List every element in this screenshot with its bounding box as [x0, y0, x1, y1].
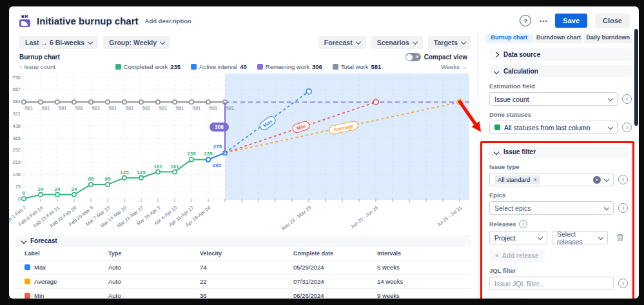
sidebar-scrollbar[interactable] [634, 29, 638, 126]
chevron-down-icon [494, 149, 499, 154]
table-row[interactable]: Average Auto 22 07/31/2024 14 weeks [15, 275, 471, 289]
svg-text:0: 0 [18, 196, 21, 202]
remove-tag-icon[interactable]: ✕ [533, 177, 537, 182]
svg-text:657: 657 [12, 86, 21, 92]
chevron-down-icon [413, 39, 418, 44]
svg-text:581: 581 [59, 105, 67, 111]
info-icon[interactable]: i [519, 220, 527, 228]
svg-text:581: 581 [142, 105, 151, 111]
svg-text:235: 235 [204, 151, 213, 157]
epics-label: Epics [489, 192, 628, 199]
svg-text:581: 581 [25, 105, 34, 111]
tab-daily-burndown[interactable]: Daily burndown [584, 34, 632, 43]
forecast-dropdown[interactable]: Forecast [318, 36, 366, 49]
page-title: Initiative burnup chart [37, 15, 139, 26]
estimation-field-label: Estimation field [489, 83, 632, 90]
svg-text:146: 146 [12, 172, 21, 177]
date-range-dropdown[interactable]: Last → 6 Bi-weeks [19, 36, 98, 49]
add-release-button[interactable]: + Add release [489, 250, 545, 262]
more-menu-icon[interactable]: ⋯ [539, 16, 547, 26]
svg-text:292: 292 [12, 147, 21, 153]
max-chip-icon [24, 264, 30, 270]
svg-text:235: 235 [187, 151, 196, 157]
logo-text: BR [21, 14, 28, 19]
legend-item-active[interactable]: Active interval40 [191, 63, 247, 70]
svg-text:161: 161 [170, 164, 179, 170]
info-icon[interactable]: i [622, 123, 632, 132]
chevron-down-icon [598, 234, 603, 239]
done-statuses-label: Done statuses [489, 111, 632, 118]
status-swatch-icon [494, 124, 500, 130]
save-button[interactable]: Save [555, 14, 587, 28]
release-scope-select[interactable]: Project [489, 231, 547, 244]
releases-label: Releases i [489, 220, 628, 228]
estimation-field-select[interactable]: Issue count [489, 92, 618, 106]
svg-text:Jul 25 - Jul 31: Jul 25 - Jul 31 [436, 204, 463, 228]
forecast-section: Forecast Label Type Velocity Complete da… [9, 235, 478, 299]
clear-all-icon[interactable]: ✕ [593, 176, 601, 184]
svg-text:581: 581 [226, 105, 235, 111]
info-icon[interactable]: i [622, 94, 632, 104]
chevron-down-icon [88, 39, 93, 44]
toggle-x-icon: ✕ [416, 55, 419, 59]
chart-panel: Last → 6 Bi-weeks Group: Weekly Forecast… [9, 32, 478, 299]
chevron-down-icon [604, 176, 609, 181]
legend-item-remaining[interactable]: Remaining work306 [257, 63, 322, 70]
issue-type-tag[interactable]: All standard ✕ [494, 175, 540, 184]
svg-text:125: 125 [137, 170, 146, 175]
add-description-link[interactable]: Add description [145, 17, 191, 25]
tab-burndown-chart[interactable]: Burndown chart [535, 34, 583, 43]
svg-text:May 23 - May 29: May 23 - May 29 [280, 204, 313, 231]
legend-item-completed[interactable]: Completed work235 [115, 63, 181, 70]
svg-text:219: 219 [12, 159, 21, 165]
trash-icon [616, 233, 624, 242]
app-logo-icon: BR [19, 14, 30, 27]
series-completed: 02424248585125125161161235235 [22, 151, 213, 201]
forecast-section-header[interactable]: Forecast [15, 235, 471, 247]
burnup-chart[interactable]: 073146219292365438511584657730Feb 1-Feb … [13, 72, 474, 233]
section-issue-filter[interactable]: Issue filter [489, 146, 628, 158]
help-icon[interactable]: ? [520, 15, 531, 26]
compact-view-toggle[interactable]: ✕ [405, 53, 421, 61]
info-icon[interactable]: i [618, 279, 628, 288]
section-calculation[interactable]: Calculation [489, 65, 632, 77]
delete-release-button[interactable] [612, 231, 628, 244]
done-statuses-select[interactable]: All statuses from last column [489, 121, 618, 134]
table-row[interactable]: Min Auto 36 06/26/2024 9 weeks [15, 289, 471, 299]
svg-text:581: 581 [75, 105, 84, 111]
section-data-source[interactable]: Data source [489, 48, 632, 61]
svg-text:85: 85 [88, 176, 94, 182]
legend-item-total[interactable]: Total work581 [333, 63, 382, 70]
svg-text:306: 306 [215, 124, 224, 130]
header: BR Initiative burnup chart Add descripti… [9, 6, 639, 32]
forecast-table-header: Label Type Velocity Complete date Interv… [15, 247, 471, 261]
group-dropdown[interactable]: Group: Weekly [103, 36, 170, 49]
svg-text:235: 235 [212, 162, 221, 168]
epics-select[interactable]: Select epics [489, 201, 614, 215]
jql-filter-input[interactable] [489, 277, 614, 290]
targets-dropdown[interactable]: Targets [428, 36, 471, 49]
svg-text:581: 581 [42, 105, 50, 111]
issue-type-select[interactable]: All standard ✕ ✕ [489, 173, 614, 186]
close-button[interactable]: Close [595, 14, 630, 28]
chevron-down-icon [608, 95, 613, 101]
table-row[interactable]: Max Auto 74 05/29/2024 5 weeks [15, 261, 471, 275]
compact-view-label: Compact view [424, 54, 467, 61]
svg-text:581: 581 [176, 105, 184, 111]
active-swatch-icon [191, 64, 197, 70]
chevron-down-icon [494, 68, 499, 74]
svg-text:730: 730 [12, 75, 21, 81]
svg-text:581: 581 [159, 105, 168, 111]
info-icon[interactable]: i [618, 203, 628, 213]
min-chip-icon [24, 293, 30, 299]
svg-text:85: 85 [105, 176, 111, 182]
tab-burnup-chart[interactable]: Burnup chart [485, 34, 533, 43]
releases-select[interactable]: Select releases [552, 231, 608, 244]
apply-button[interactable]: Apply [489, 297, 524, 299]
svg-text:73: 73 [15, 184, 21, 190]
chevron-down-icon [21, 238, 26, 243]
chevron-down-icon [538, 234, 543, 239]
scenarios-dropdown[interactable]: Scenarios [371, 36, 423, 49]
info-icon[interactable]: i [618, 175, 628, 184]
chevron-down-icon [160, 39, 165, 44]
